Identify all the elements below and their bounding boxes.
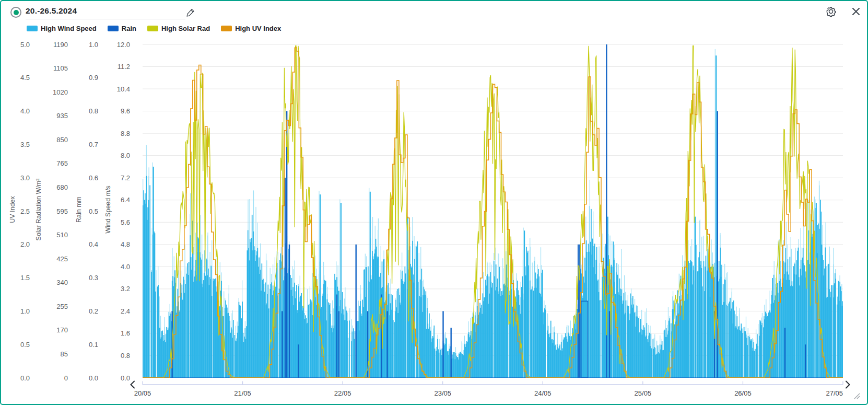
svg-text:23/05: 23/05 <box>434 389 451 397</box>
svg-text:5.6: 5.6 <box>121 218 130 226</box>
svg-text:10.4: 10.4 <box>117 85 130 93</box>
svg-text:0.8: 0.8 <box>121 352 130 360</box>
svg-text:595: 595 <box>56 207 68 215</box>
svg-text:5.0: 5.0 <box>20 41 30 49</box>
x-axis: 20/0521/0522/0523/0524/0525/0526/0527/05 <box>134 381 843 398</box>
y-axis-2: 1.00.90.80.70.60.50.40.30.20.10.0 <box>89 41 98 382</box>
svg-text:11.2: 11.2 <box>118 63 130 71</box>
svg-text:170: 170 <box>56 326 68 334</box>
chevron-left-icon <box>130 380 135 389</box>
svg-text:25/05: 25/05 <box>635 389 652 397</box>
svg-text:22/05: 22/05 <box>334 389 351 397</box>
svg-text:425: 425 <box>56 255 68 263</box>
svg-text:24/05: 24/05 <box>534 389 552 397</box>
svg-text:20/05: 20/05 <box>134 389 151 397</box>
svg-text:1105: 1105 <box>53 64 68 72</box>
svg-text:1.5: 1.5 <box>20 274 30 282</box>
svg-text:1.0: 1.0 <box>89 41 98 49</box>
svg-text:0.2: 0.2 <box>89 307 98 315</box>
svg-text:6.4: 6.4 <box>121 196 130 204</box>
svg-text:21/05: 21/05 <box>234 389 251 397</box>
svg-text:0.4: 0.4 <box>89 240 98 248</box>
svg-text:4.8: 4.8 <box>121 240 130 248</box>
svg-text:340: 340 <box>56 279 68 286</box>
svg-text:9.6: 9.6 <box>121 107 130 115</box>
svg-text:510: 510 <box>56 231 68 239</box>
svg-text:2.5: 2.5 <box>20 207 30 215</box>
svg-text:0.8: 0.8 <box>89 107 98 115</box>
resize-grip-icon <box>852 392 861 399</box>
weather-chart-window: 20.-26.5.2024 High Wind SpeedRainHigh So… <box>0 0 868 405</box>
svg-text:1020: 1020 <box>53 88 68 96</box>
svg-text:3.2: 3.2 <box>121 285 130 293</box>
y-axis-3: 12.011.210.49.68.88.07.26.45.64.84.03.22… <box>117 41 130 382</box>
svg-text:0.0: 0.0 <box>89 374 98 382</box>
svg-text:1.6: 1.6 <box>121 329 130 337</box>
chart-canvas: 5.04.54.03.53.02.52.01.51.00.50.01190110… <box>1 1 867 404</box>
svg-text:3.5: 3.5 <box>20 141 30 148</box>
svg-text:765: 765 <box>56 159 68 167</box>
svg-text:2.4: 2.4 <box>121 307 130 315</box>
svg-text:0.9: 0.9 <box>89 74 98 82</box>
svg-text:4.5: 4.5 <box>20 74 30 82</box>
next-period-button[interactable] <box>843 380 852 389</box>
svg-text:0.0: 0.0 <box>20 374 30 382</box>
svg-text:27/05: 27/05 <box>826 389 843 397</box>
svg-text:255: 255 <box>56 303 68 310</box>
svg-text:85: 85 <box>61 350 68 358</box>
chevron-right-icon <box>845 380 851 389</box>
svg-text:1190: 1190 <box>53 41 68 49</box>
svg-text:7.2: 7.2 <box>121 174 130 182</box>
svg-text:4.0: 4.0 <box>20 107 30 115</box>
svg-text:12.0: 12.0 <box>117 41 130 49</box>
svg-text:1.0: 1.0 <box>20 307 30 315</box>
svg-text:935: 935 <box>56 112 68 120</box>
svg-text:0.7: 0.7 <box>89 141 98 148</box>
svg-text:0.5: 0.5 <box>20 341 30 349</box>
resize-handle[interactable] <box>852 392 861 399</box>
svg-text:850: 850 <box>56 136 68 144</box>
prev-period-button[interactable] <box>128 380 136 389</box>
svg-text:0: 0 <box>64 374 68 382</box>
svg-text:0.6: 0.6 <box>89 174 98 182</box>
svg-text:0.1: 0.1 <box>89 341 98 349</box>
svg-text:0.5: 0.5 <box>89 207 98 215</box>
y-axis-1: 1190110510209358507656805955104253402551… <box>53 41 68 382</box>
svg-text:0.3: 0.3 <box>89 274 98 282</box>
y-axis-0: 5.04.54.03.53.02.52.01.51.00.50.0 <box>20 41 30 382</box>
svg-text:8.8: 8.8 <box>121 130 130 137</box>
svg-text:26/05: 26/05 <box>734 389 752 397</box>
svg-text:3.0: 3.0 <box>20 174 30 182</box>
svg-text:4.0: 4.0 <box>121 263 130 271</box>
svg-text:680: 680 <box>56 183 68 191</box>
svg-text:2.0: 2.0 <box>20 240 30 248</box>
svg-text:8.0: 8.0 <box>121 152 130 159</box>
